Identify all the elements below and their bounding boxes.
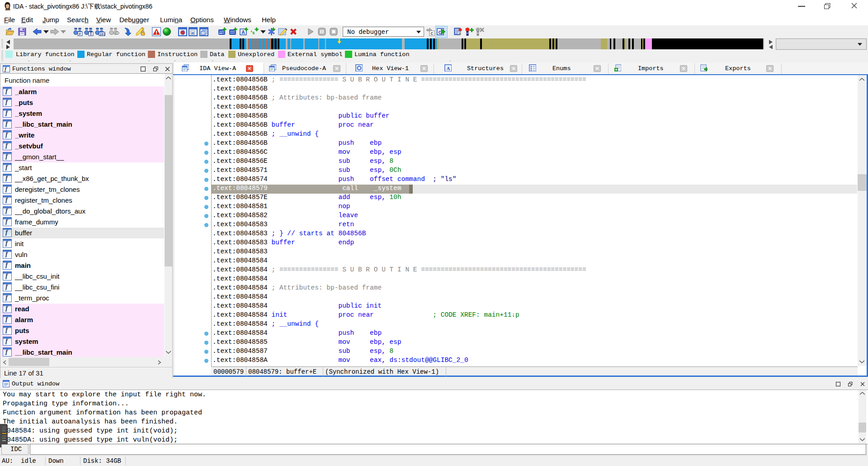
svg-text:101: 101: [99, 32, 105, 36]
svg-text:A: A: [241, 29, 245, 35]
svg-text:‘s: ‘s: [250, 29, 255, 36]
svg-text:A: A: [447, 66, 450, 71]
svg-text:#: #: [79, 32, 81, 36]
svg-text:co: co: [219, 32, 222, 35]
svg-text:R: R: [192, 31, 194, 35]
svg-text:c: c: [431, 31, 434, 36]
svg-text:c: c: [439, 29, 442, 35]
svg-text:T: T: [90, 31, 92, 36]
